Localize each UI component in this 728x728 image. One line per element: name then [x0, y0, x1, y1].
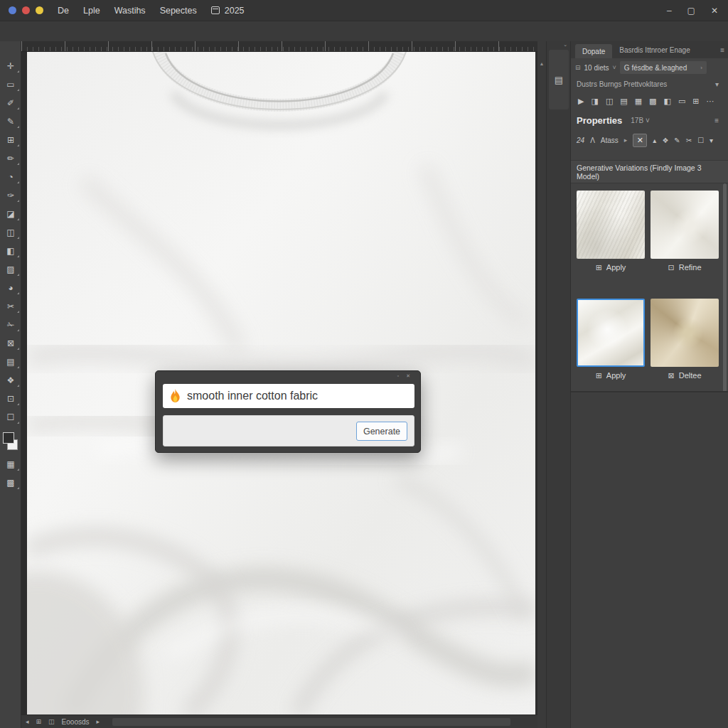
- dialog-footer: Generate: [163, 415, 414, 446]
- quick-select-tool-icon[interactable]: ✎: [0, 112, 21, 131]
- color-swatches[interactable]: [0, 429, 21, 455]
- prompt-input[interactable]: smooth inner cotton fabric: [163, 384, 414, 408]
- pattern-icon[interactable]: ▩: [649, 97, 656, 106]
- gradient-tool-icon[interactable]: ▨: [0, 260, 21, 279]
- chevron-down-icon[interactable]: ˅: [613, 64, 616, 71]
- select-box-icon[interactable]: ☐: [697, 136, 704, 144]
- presets-chevron-icon[interactable]: ▾: [715, 80, 719, 88]
- diets-label[interactable]: 10 diets: [584, 64, 609, 72]
- model-dropdown[interactable]: G fésdbe &.leaghed ›: [620, 61, 707, 74]
- transform-tool-selected[interactable]: ✕: [633, 134, 647, 147]
- status-input-strip[interactable]: [112, 718, 510, 726]
- row-chevron-icon[interactable]: ▾: [710, 136, 713, 144]
- frame-tool-icon[interactable]: ▤: [0, 353, 21, 371]
- eraser-tool-icon[interactable]: ◧: [0, 242, 21, 260]
- foreground-color-swatch[interactable]: [3, 432, 14, 444]
- pen-tool-icon[interactable]: ✂: [0, 297, 21, 316]
- hand-tool-icon[interactable]: ❖: [0, 371, 21, 390]
- menu-edit[interactable]: Lple: [83, 6, 100, 16]
- mask-tool-icon[interactable]: ☐: [0, 408, 21, 427]
- apply-icon: ⊞: [596, 263, 602, 272]
- title-bar: De Lple Wastihs Sepectes 2025 – ▢ ✕: [0, 0, 728, 21]
- variations-scrollbar[interactable]: [723, 183, 727, 397]
- dock-collapse-icon[interactable]: ⌄: [563, 42, 567, 48]
- move-tool-icon[interactable]: ✛: [0, 57, 21, 75]
- type-tool-icon[interactable]: ✁: [0, 316, 21, 334]
- panel-menu-icon[interactable]: ≡: [720, 46, 724, 54]
- frame-icon[interactable]: ▭: [678, 97, 685, 106]
- status-zoom-icon[interactable]: ⊞: [36, 718, 42, 725]
- dialog-corner-icons[interactable]: ▫ ✕: [397, 373, 413, 379]
- status-left-arrow-icon[interactable]: ◂: [26, 718, 29, 725]
- status-text: Eooosds: [62, 718, 90, 726]
- horizontal-ruler: [21, 41, 537, 52]
- eyedropper-tool-icon[interactable]: ✏: [0, 149, 21, 168]
- screen-mode-icon[interactable]: ▩: [0, 473, 21, 492]
- zoom-tool-icon[interactable]: ⊡: [0, 390, 21, 408]
- presets-label: Dustrs Burngs Prettvokltares: [577, 80, 667, 88]
- stack-icon[interactable]: ▤: [620, 97, 627, 106]
- menu-file[interactable]: De: [58, 6, 69, 16]
- panel-presets-row[interactable]: Dustrs Burngs Prettvokltares ▾: [571, 77, 728, 91]
- edit-icon[interactable]: ✎: [674, 136, 680, 144]
- healing-brush-tool-icon[interactable]: ◔: [0, 168, 21, 186]
- image-icon[interactable]: ▦: [635, 97, 642, 106]
- status-right-arrow-icon[interactable]: ▸: [97, 718, 100, 725]
- duplicate-icon[interactable]: ◫: [606, 97, 613, 106]
- canvas-scrollbar[interactable]: ▲: [537, 41, 546, 728]
- variation-action-1[interactable]: ⊞ Apply: [577, 262, 645, 273]
- play-icon[interactable]: ▶: [578, 97, 584, 106]
- brush-tool-icon[interactable]: ✑: [0, 186, 21, 205]
- properties-menu-icon[interactable]: ≡: [714, 117, 719, 124]
- menu-year[interactable]: 2025: [225, 6, 245, 16]
- variation-thumb-4[interactable]: [651, 299, 719, 367]
- clone-stamp-tool-icon[interactable]: ◪: [0, 205, 21, 223]
- grid-view-icon[interactable]: ⊞: [692, 97, 699, 106]
- maximize-button[interactable]: ▢: [687, 6, 695, 16]
- window-dot-red[interactable]: [22, 6, 30, 14]
- variation-thumb-1[interactable]: [577, 191, 645, 259]
- menu-window[interactable]: Wastihs: [114, 6, 146, 16]
- atass-label[interactable]: Atass: [601, 136, 619, 144]
- variation-thumb-3-selected[interactable]: [577, 299, 645, 367]
- tab-active[interactable]: Dopate: [575, 44, 612, 58]
- tab-inactive[interactable]: Basrdis Ittnroer Enage: [619, 46, 690, 54]
- variation-action-2[interactable]: ⊡ Refine: [651, 262, 719, 273]
- quick-mask-icon[interactable]: ▦: [0, 455, 21, 473]
- prompt-text[interactable]: smooth inner cotton fabric: [187, 390, 318, 402]
- close-button[interactable]: ✕: [711, 6, 718, 16]
- layers-icon[interactable]: ◨: [591, 97, 598, 106]
- panel-icon-row: ▶ ◨ ◫ ▤ ▦ ▩ ◧ ▭ ⊞ ⋯: [571, 92, 728, 109]
- window-dot-blue[interactable]: [9, 6, 16, 14]
- cut-icon[interactable]: ✂: [686, 136, 692, 144]
- triangle-icon[interactable]: ▴: [653, 136, 656, 144]
- minimize-button[interactable]: –: [667, 6, 672, 16]
- status-view-icon[interactable]: ◫: [48, 718, 55, 725]
- grid-icon: ⊟: [575, 64, 581, 71]
- folder-icon[interactable]: ◧: [664, 97, 671, 106]
- flame-icon: [170, 389, 181, 403]
- variation-action-4[interactable]: ⊠ Deltee: [651, 370, 719, 381]
- canvas-status-bar: ◂ ⊞ ◫ Eooosds ▸: [21, 714, 537, 728]
- window-dot-yellow[interactable]: [36, 6, 43, 14]
- scroll-up-icon[interactable]: ▲: [540, 61, 545, 66]
- variation-action-3[interactable]: ⊞ Apply: [577, 370, 645, 381]
- marquee-tool-icon[interactable]: ▭: [0, 75, 21, 94]
- lasso-tool-icon[interactable]: ✐: [0, 94, 21, 112]
- model-dropdown-value: G fésdbe &.leaghed: [624, 64, 687, 72]
- generative-fill-dialog[interactable]: ▫ ✕ smooth inner cotton fabric Generate: [155, 370, 421, 453]
- variation-thumb-2[interactable]: [651, 191, 719, 259]
- atass-chevron-icon[interactable]: ▸: [624, 136, 628, 144]
- generate-button[interactable]: Generate: [356, 422, 407, 441]
- properties-badge[interactable]: 17B ˅: [631, 117, 649, 124]
- dock-panel-icon[interactable]: ▤: [549, 50, 569, 109]
- history-brush-tool-icon[interactable]: ◫: [0, 223, 21, 242]
- crop-tool-icon[interactable]: ⊞: [0, 131, 21, 149]
- properties-title: Properties: [577, 115, 622, 126]
- label-24: 24: [577, 136, 584, 144]
- shape-tool-icon[interactable]: ⊠: [0, 334, 21, 353]
- menu-select[interactable]: Sepectes: [160, 6, 197, 16]
- shapes-icon[interactable]: ❖: [662, 136, 668, 144]
- dodge-tool-icon[interactable]: ◕: [0, 279, 21, 297]
- more-icon[interactable]: ⋯: [707, 97, 714, 106]
